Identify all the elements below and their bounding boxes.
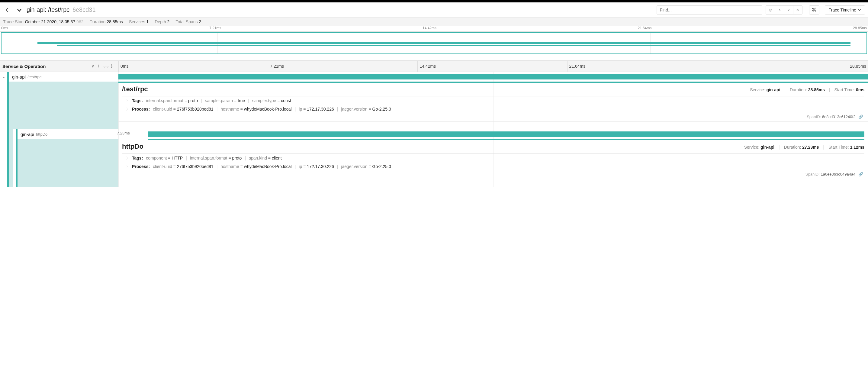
span-bar-thin — [148, 139, 864, 140]
trace-title-operation: /test/rpc — [48, 6, 69, 13]
span-id-row: SpanID: 1a0ee3b3c049a4a4 🔗 — [122, 171, 864, 177]
find-next-icon[interactable]: ∨ — [784, 6, 793, 14]
span-tags-row[interactable]: 〉 Tags: internal.span.format = proto | s… — [122, 96, 864, 105]
find-controls: ◎ ∧ ∨ ✕ — [766, 5, 803, 14]
span-service-name: gin-api — [18, 132, 34, 137]
trace-timeline-label: Trace Timeline — [829, 7, 856, 12]
span-detail-meta: Service: gin-api | Duration: 27.23ms | S… — [744, 145, 864, 150]
find-locate-icon[interactable]: ◎ — [766, 6, 775, 14]
link-icon[interactable]: 🔗 — [858, 115, 863, 119]
minimap-ticks: 0ms 7.21ms 14.42ms 21.64ms 28.85ms — [0, 26, 868, 31]
span-detail-gutter — [16, 139, 118, 187]
span-bar[interactable] — [148, 131, 864, 137]
span-duration-label: 7.23ms — [117, 131, 130, 135]
stat-depth: Depth 2 — [155, 19, 169, 24]
stat-services: Services 1 — [129, 19, 149, 24]
stat-total-spans: Total Spans 2 — [176, 19, 201, 24]
stat-trace-start: Trace Start October 21 2020, 18:05:37.96… — [3, 19, 83, 24]
chevron-right-icon[interactable]: 〉 — [126, 107, 130, 112]
minimap-span-bar — [37, 42, 850, 44]
span-operation-name: httpDo — [34, 132, 48, 136]
span-tags-row[interactable]: 〉 Tags: component = HTTP | internal.span… — [122, 154, 864, 162]
span-detail-panel: /test/rpc Service: gin-api | Duration: 2… — [118, 82, 868, 122]
trace-header: gin-api: /test/rpc 6e8cd31 ◎ ∧ ∨ ✕ ⌘ Tra… — [0, 2, 868, 18]
keyboard-shortcut-button[interactable]: ⌘ — [809, 5, 819, 14]
timeline-ticks: 0ms 7.21ms 14.42ms 21.64ms 28.85ms — [118, 60, 868, 72]
window-top-bar — [0, 0, 868, 2]
span-bar[interactable] — [118, 74, 868, 80]
indent-guide — [7, 139, 13, 187]
trace-stats: Trace Start October 21 2020, 18:05:37.96… — [0, 18, 868, 26]
trace-title-hash: 6e8cd31 — [72, 6, 96, 13]
expand-one-icon[interactable]: ∨ — [89, 64, 96, 68]
link-icon[interactable]: 🔗 — [858, 172, 863, 177]
span-detail-meta: Service: gin-api | Duration: 28.85ms | S… — [750, 87, 864, 92]
timeline: Service & Operation ∨ 〉 ⌄⌄ 》 0ms 7.21ms … — [0, 60, 868, 72]
span-row[interactable]: gin-api httpDo — [0, 129, 118, 139]
trace-timeline-dropdown[interactable]: Trace Timeline — [825, 5, 865, 14]
indent-guide — [7, 129, 13, 139]
chevron-down-icon[interactable]: ⌄ — [0, 75, 7, 79]
span-operation-name: /test/rpc — [26, 74, 41, 79]
span-detail-panel: httpDo Service: gin-api | Duration: 27.2… — [118, 139, 868, 179]
span-detail-title: /test/rpc — [122, 85, 750, 93]
find-prev-icon[interactable]: ∧ — [775, 6, 784, 14]
find-close-icon[interactable]: ✕ — [793, 6, 802, 14]
trace-title: gin-api: /test/rpc 6e8cd31 — [27, 6, 96, 13]
back-button[interactable] — [3, 5, 12, 14]
span-service-name: gin-api — [9, 74, 26, 80]
expand-all-icon[interactable]: ⌄⌄ — [103, 64, 109, 68]
collapse-toggle[interactable] — [16, 6, 23, 13]
span-detail-title: httpDo — [122, 143, 744, 150]
span-process-row[interactable]: 〉 Process: client-uuid = 276f753b920bed8… — [122, 162, 864, 171]
collapse-one-icon[interactable]: 〉 — [96, 64, 103, 69]
minimap-span-bar — [57, 45, 850, 46]
trace-title-service: gin-api: — [27, 6, 46, 13]
span-id-row: SpanID: 6e8cd313c61240f2 🔗 — [122, 113, 864, 119]
span-process-row[interactable]: 〉 Process: client-uuid = 276f753b920bed8… — [122, 105, 864, 113]
span-row[interactable]: ⌄ gin-api /test/rpc — [0, 72, 118, 82]
minimap[interactable] — [0, 31, 868, 55]
chevron-down-icon — [858, 9, 861, 11]
span-detail-gutter — [7, 82, 118, 129]
stat-duration: Duration 28.85ms — [89, 19, 123, 24]
chevron-right-icon[interactable]: 〉 — [126, 98, 130, 103]
service-operation-header: Service & Operation ∨ 〉 ⌄⌄ 》 — [0, 60, 118, 72]
chevron-right-icon[interactable]: 〉 — [126, 164, 130, 169]
collapse-all-icon[interactable]: 》 — [109, 64, 116, 69]
find-input[interactable] — [657, 5, 762, 14]
chevron-right-icon[interactable]: 〉 — [126, 156, 130, 160]
span-bar-thin — [118, 82, 868, 83]
